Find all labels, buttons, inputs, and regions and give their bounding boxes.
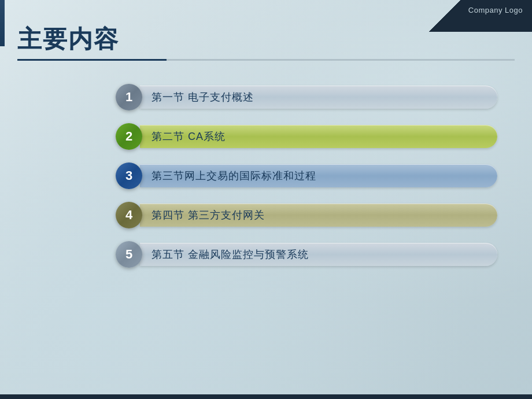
menu-label-4: 第四节 第三方支付网关 [140, 204, 497, 227]
list-item[interactable]: 1 第一节 电子支付概述 [116, 84, 497, 110]
menu-label-1: 第一节 电子支付概述 [140, 86, 497, 109]
bottom-bar [0, 394, 532, 399]
title-underline [17, 59, 515, 61]
list-item[interactable]: 2 第二节 CA系统 [116, 123, 497, 150]
menu-number-4: 4 [116, 202, 142, 228]
menu-number-3: 3 [116, 162, 142, 189]
list-item[interactable]: 3 第三节网上交易的国际标准和过程 [116, 162, 497, 189]
menu-number-1: 1 [116, 84, 142, 110]
title-area: 主要内容 [17, 23, 515, 61]
menu-label-2: 第二节 CA系统 [140, 125, 497, 148]
menu-number-5: 5 [116, 241, 142, 268]
list-item[interactable]: 5 第五节 金融风险监控与预警系统 [116, 241, 497, 268]
slide: Company Logo 主要内容 1 第一节 电子支付概述 2 第二节 CA系… [0, 0, 532, 399]
menu-label-5: 第五节 金融风险监控与预警系统 [140, 243, 497, 266]
company-logo: Company Logo [468, 6, 523, 14]
list-item[interactable]: 4 第四节 第三方支付网关 [116, 202, 497, 228]
menu-label-3: 第三节网上交易的国际标准和过程 [140, 164, 497, 187]
page-title: 主要内容 [17, 23, 515, 56]
menu-container: 1 第一节 电子支付概述 2 第二节 CA系统 3 第三节网上交易的国际标准和过… [116, 84, 497, 268]
left-accent [0, 0, 5, 46]
menu-number-2: 2 [116, 123, 142, 150]
